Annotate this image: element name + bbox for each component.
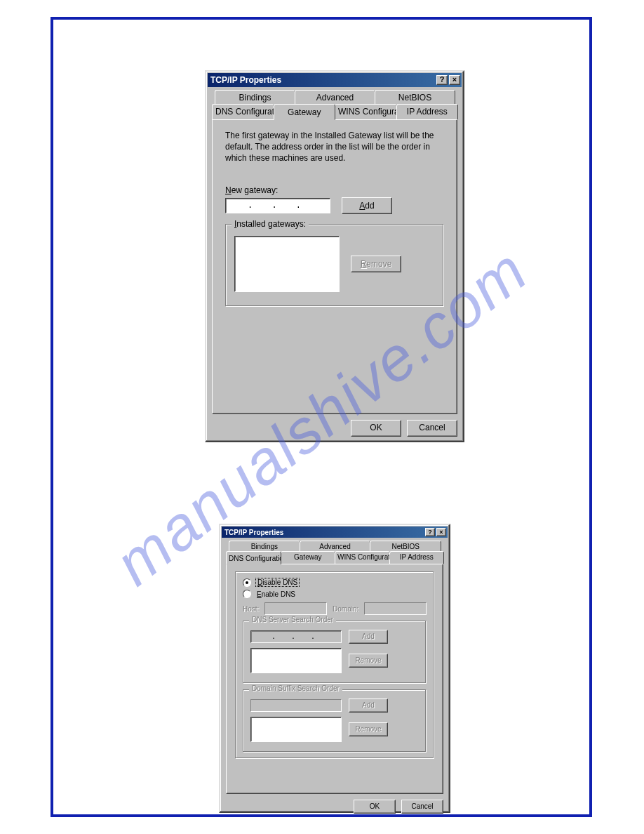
dns-server-add-button: Add	[349, 630, 388, 644]
tab-ip-address[interactable]: IP Address	[396, 104, 459, 119]
page-frame: TCP/IP Properties ? × Bindings Advanced …	[51, 17, 592, 817]
host-label: Host:	[243, 605, 259, 613]
tab-gateway[interactable]: Gateway	[274, 104, 336, 120]
gateway-info-text: The first gateway in the Installed Gatew…	[225, 130, 444, 164]
domain-suffix-input	[250, 699, 342, 712]
cancel-button[interactable]: Cancel	[407, 420, 457, 437]
radio-dot-icon	[243, 578, 251, 587]
domain-suffix-list	[250, 717, 342, 742]
add-gateway-button[interactable]: Add	[342, 197, 392, 214]
tab-netbios[interactable]: NetBIOS	[375, 90, 455, 105]
ok-button[interactable]: OK	[354, 800, 396, 814]
tab-wins-configuration[interactable]: WINS Configuration	[335, 104, 397, 119]
titlebar: TCP/IP Properties ? ×	[222, 527, 448, 538]
radio-disable-dns[interactable]: Disable DNS	[243, 578, 427, 587]
radio-enable-dns[interactable]: Enable DNS	[243, 590, 427, 598]
close-button[interactable]: ×	[449, 75, 460, 85]
dialog-action-row: OK Cancel	[212, 420, 457, 437]
tab-panel-gateway: The first gateway in the Installed Gatew…	[212, 119, 457, 414]
tab-panel-dns: Disable DNS Enable DNS Host: Domain: DNS…	[226, 564, 443, 794]
tab-bindings[interactable]: Bindings	[229, 541, 300, 552]
tab-strip: Bindings Advanced NetBIOS DNS Configurat…	[226, 541, 443, 564]
tab-strip: Bindings Advanced NetBIOS DNS Configurat…	[212, 90, 457, 119]
tab-gateway[interactable]: Gateway	[281, 551, 336, 564]
window-title: TCP/IP Properties	[210, 75, 435, 85]
tab-advanced[interactable]: Advanced	[295, 90, 375, 105]
new-gateway-label: New gateway:	[225, 185, 444, 195]
dns-server-search-order-group: DNS Server Search Order . . . Add Remove	[243, 621, 427, 684]
window-title: TCP/IP Properties	[224, 529, 424, 536]
dns-server-search-order-legend: DNS Server Search Order	[249, 616, 336, 623]
titlebar: TCP/IP Properties ? ×	[208, 73, 462, 87]
installed-gateways-list[interactable]	[234, 236, 340, 292]
tab-advanced[interactable]: Advanced	[300, 541, 371, 552]
domain-suffix-add-button: Add	[349, 699, 388, 713]
dialog-action-row: OK Cancel	[226, 800, 443, 814]
dns-server-ip-input: . . .	[250, 630, 342, 643]
domain-suffix-remove-button: Remove	[349, 722, 388, 736]
dns-server-list	[250, 648, 342, 673]
dialog-gateway: TCP/IP Properties ? × Bindings Advanced …	[205, 70, 464, 442]
dns-enable-group: Disable DNS Enable DNS Host: Domain: DNS…	[235, 571, 434, 759]
installed-gateways-legend: Installed gateways:	[232, 219, 309, 229]
help-button[interactable]: ?	[425, 528, 435, 536]
radio-dot-icon	[243, 590, 251, 598]
tab-ip-address[interactable]: IP Address	[389, 551, 445, 564]
domain-suffix-search-order-legend: Domain Suffix Search Order	[249, 684, 342, 692]
domain-input	[364, 602, 427, 615]
dialog-dns: TCP/IP Properties ? × Bindings Advanced …	[219, 524, 450, 813]
domain-suffix-search-order-group: Domain Suffix Search Order Add Remove	[243, 689, 427, 753]
cancel-button[interactable]: Cancel	[401, 800, 443, 814]
tab-dns-configuration[interactable]: DNS Configuration	[212, 104, 274, 119]
host-input	[264, 602, 327, 615]
close-button[interactable]: ×	[436, 528, 446, 536]
ok-button[interactable]: OK	[351, 420, 401, 437]
domain-label: Domain:	[333, 605, 358, 613]
installed-gateways-group: Installed gateways: Remove	[225, 224, 444, 307]
tab-dns-configuration[interactable]: DNS Configuration	[226, 551, 281, 564]
dns-server-remove-button: Remove	[349, 654, 388, 668]
new-gateway-input[interactable]: . . .	[225, 198, 330, 213]
tab-wins-configuration[interactable]: WINS Configuration	[335, 551, 390, 564]
help-button[interactable]: ?	[436, 75, 448, 85]
tab-bindings[interactable]: Bindings	[215, 90, 295, 105]
remove-gateway-button: Remove	[351, 256, 401, 272]
tab-netbios[interactable]: NetBIOS	[370, 541, 441, 552]
